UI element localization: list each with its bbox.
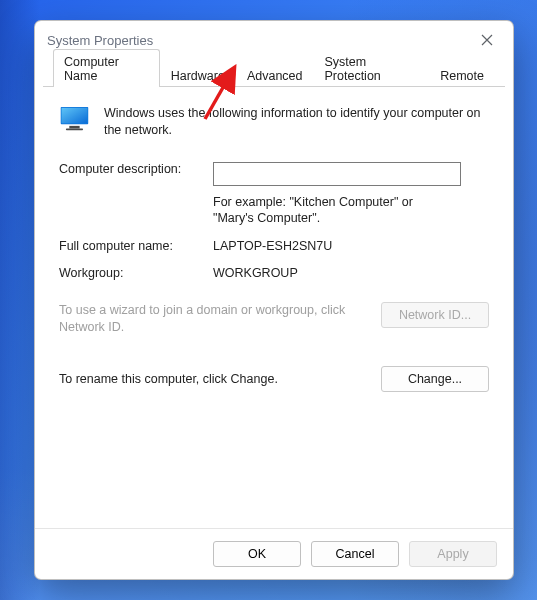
tab-content: Windows uses the following information t… [35, 87, 513, 528]
description-row: Computer description: For example: "Kitc… [59, 159, 489, 227]
dialog-footer: OK Cancel Apply [35, 528, 513, 579]
fullname-value: LAPTOP-ESH2SN7U [213, 236, 489, 253]
intro-text: Windows uses the following information t… [104, 103, 489, 139]
tab-computer-name[interactable]: Computer Name [53, 49, 160, 87]
fullname-label: Full computer name: [59, 236, 213, 253]
description-label: Computer description: [59, 159, 213, 176]
rename-text: To rename this computer, click Change. [59, 372, 371, 386]
description-example: For example: "Kitchen Computer" or "Mary… [213, 194, 453, 227]
svg-rect-2 [62, 108, 88, 123]
network-id-section: To use a wizard to join a domain or work… [59, 302, 489, 336]
change-button[interactable]: Change... [381, 366, 489, 392]
monitor-icon [59, 103, 90, 135]
close-icon [481, 34, 493, 46]
workgroup-value: WORKGROUP [213, 263, 489, 280]
tab-hardware[interactable]: Hardware [160, 63, 236, 87]
fullname-row: Full computer name: LAPTOP-ESH2SN7U [59, 236, 489, 253]
rename-section: To rename this computer, click Change. C… [59, 366, 489, 392]
tab-remote[interactable]: Remote [429, 63, 495, 87]
network-id-text: To use a wizard to join a domain or work… [59, 302, 371, 336]
tabs-row: Computer Name Hardware Advanced System P… [43, 59, 505, 87]
intro-row: Windows uses the following information t… [59, 103, 489, 139]
svg-rect-4 [66, 128, 83, 130]
apply-button[interactable]: Apply [409, 541, 497, 567]
window-title: System Properties [47, 33, 473, 48]
network-id-button[interactable]: Network ID... [381, 302, 489, 328]
system-properties-dialog: System Properties Computer Name Hardware… [34, 20, 514, 580]
cancel-button[interactable]: Cancel [311, 541, 399, 567]
workgroup-row: Workgroup: WORKGROUP [59, 263, 489, 280]
tab-advanced[interactable]: Advanced [236, 63, 314, 87]
close-button[interactable] [473, 26, 501, 54]
tab-system-protection[interactable]: System Protection [314, 49, 430, 87]
description-input[interactable] [213, 162, 461, 186]
workgroup-label: Workgroup: [59, 263, 213, 280]
ok-button[interactable]: OK [213, 541, 301, 567]
svg-rect-3 [69, 126, 79, 129]
